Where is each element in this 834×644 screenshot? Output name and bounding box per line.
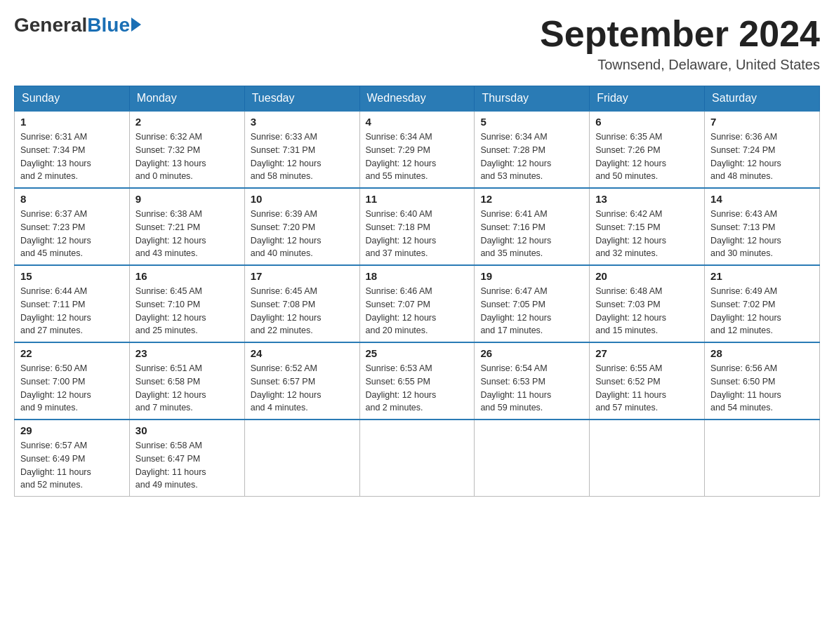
day-number: 4 [366,116,469,128]
day-number: 2 [135,116,239,128]
day-info: Sunrise: 6:45 AMSunset: 7:10 PMDaylight:… [135,285,239,337]
day-info: Sunrise: 6:56 AMSunset: 6:50 PMDaylight:… [710,362,814,415]
month-title: September 2024 [540,14,820,54]
day-info: Sunrise: 6:36 AMSunset: 7:24 PMDaylight:… [710,130,814,183]
calendar-week-row: 29 Sunrise: 6:57 AMSunset: 6:49 PMDaylig… [15,420,820,497]
day-number: 1 [20,116,124,128]
logo-arrow-icon [131,18,141,32]
day-info: Sunrise: 6:37 AMSunset: 7:23 PMDaylight:… [20,208,124,260]
day-number: 9 [135,193,239,205]
calendar-cell: 16 Sunrise: 6:45 AMSunset: 7:10 PMDaylig… [129,265,244,342]
calendar-cell: 18 Sunrise: 6:46 AMSunset: 7:07 PMDaylig… [359,265,475,342]
day-number: 10 [251,193,354,205]
calendar-cell: 13 Sunrise: 6:42 AMSunset: 7:15 PMDaylig… [590,188,705,265]
calendar-cell [475,420,590,497]
day-number: 3 [251,116,354,128]
day-info: Sunrise: 6:35 AMSunset: 7:26 PMDaylight:… [595,130,699,183]
calendar-cell: 8 Sunrise: 6:37 AMSunset: 7:23 PMDayligh… [15,188,130,265]
day-info: Sunrise: 6:34 AMSunset: 7:28 PMDaylight:… [480,130,583,183]
day-number: 16 [135,270,239,282]
calendar-cell: 28 Sunrise: 6:56 AMSunset: 6:50 PMDaylig… [705,342,820,420]
day-number: 5 [480,116,583,128]
calendar-table: SundayMondayTuesdayWednesdayThursdayFrid… [14,86,820,497]
day-info: Sunrise: 6:34 AMSunset: 7:29 PMDaylight:… [366,130,469,183]
calendar-cell: 5 Sunrise: 6:34 AMSunset: 7:28 PMDayligh… [475,111,590,188]
day-info: Sunrise: 6:57 AMSunset: 6:49 PMDaylight:… [20,439,124,492]
day-info: Sunrise: 6:48 AMSunset: 7:03 PMDaylight:… [595,285,699,337]
calendar-cell: 9 Sunrise: 6:38 AMSunset: 7:21 PMDayligh… [129,188,244,265]
day-number: 7 [710,116,814,128]
calendar-cell: 26 Sunrise: 6:54 AMSunset: 6:53 PMDaylig… [475,342,590,420]
logo: General Blue [14,14,141,36]
calendar-cell: 19 Sunrise: 6:47 AMSunset: 7:05 PMDaylig… [475,265,590,342]
day-number: 15 [20,270,124,282]
day-info: Sunrise: 6:51 AMSunset: 6:58 PMDaylight:… [135,362,239,415]
logo-blue-text: Blue [87,14,130,36]
calendar-header-monday: Monday [129,86,244,112]
location-text: Townsend, Delaware, United States [540,57,820,73]
calendar-cell [359,420,475,497]
day-number: 26 [480,347,583,359]
day-info: Sunrise: 6:49 AMSunset: 7:02 PMDaylight:… [710,285,814,337]
day-number: 24 [251,347,354,359]
calendar-header-sunday: Sunday [15,86,130,112]
day-info: Sunrise: 6:55 AMSunset: 6:52 PMDaylight:… [595,362,699,415]
day-info: Sunrise: 6:32 AMSunset: 7:32 PMDaylight:… [135,130,239,183]
calendar-cell [590,420,705,497]
day-info: Sunrise: 6:52 AMSunset: 6:57 PMDaylight:… [251,362,354,415]
day-info: Sunrise: 6:40 AMSunset: 7:18 PMDaylight:… [366,208,469,260]
day-number: 8 [20,193,124,205]
day-number: 28 [710,347,814,359]
page-header: General Blue September 2024 Townsend, De… [14,14,820,73]
calendar-cell: 14 Sunrise: 6:43 AMSunset: 7:13 PMDaylig… [705,188,820,265]
day-info: Sunrise: 6:46 AMSunset: 7:07 PMDaylight:… [366,285,469,337]
day-number: 20 [595,270,699,282]
day-info: Sunrise: 6:41 AMSunset: 7:16 PMDaylight:… [480,208,583,260]
day-number: 25 [366,347,469,359]
day-info: Sunrise: 6:42 AMSunset: 7:15 PMDaylight:… [595,208,699,260]
calendar-header-wednesday: Wednesday [359,86,475,112]
calendar-cell: 21 Sunrise: 6:49 AMSunset: 7:02 PMDaylig… [705,265,820,342]
calendar-cell: 20 Sunrise: 6:48 AMSunset: 7:03 PMDaylig… [590,265,705,342]
calendar-header-tuesday: Tuesday [244,86,359,112]
calendar-cell: 23 Sunrise: 6:51 AMSunset: 6:58 PMDaylig… [129,342,244,420]
day-number: 11 [366,193,469,205]
calendar-cell: 3 Sunrise: 6:33 AMSunset: 7:31 PMDayligh… [244,111,359,188]
day-info: Sunrise: 6:43 AMSunset: 7:13 PMDaylight:… [710,208,814,260]
calendar-cell: 7 Sunrise: 6:36 AMSunset: 7:24 PMDayligh… [705,111,820,188]
day-info: Sunrise: 6:31 AMSunset: 7:34 PMDaylight:… [20,130,124,183]
calendar-cell: 2 Sunrise: 6:32 AMSunset: 7:32 PMDayligh… [129,111,244,188]
logo-general-text: General [14,14,87,36]
calendar-cell: 22 Sunrise: 6:50 AMSunset: 7:00 PMDaylig… [15,342,130,420]
calendar-cell: 12 Sunrise: 6:41 AMSunset: 7:16 PMDaylig… [475,188,590,265]
calendar-week-row: 22 Sunrise: 6:50 AMSunset: 7:00 PMDaylig… [15,342,820,420]
day-number: 21 [710,270,814,282]
day-number: 22 [20,347,124,359]
day-info: Sunrise: 6:50 AMSunset: 7:00 PMDaylight:… [20,362,124,415]
calendar-cell: 25 Sunrise: 6:53 AMSunset: 6:55 PMDaylig… [359,342,475,420]
day-info: Sunrise: 6:53 AMSunset: 6:55 PMDaylight:… [366,362,469,415]
day-number: 14 [710,193,814,205]
calendar-header-friday: Friday [590,86,705,112]
day-number: 30 [135,424,239,436]
calendar-header-saturday: Saturday [705,86,820,112]
calendar-cell: 10 Sunrise: 6:39 AMSunset: 7:20 PMDaylig… [244,188,359,265]
day-number: 23 [135,347,239,359]
calendar-cell: 17 Sunrise: 6:45 AMSunset: 7:08 PMDaylig… [244,265,359,342]
calendar-week-row: 15 Sunrise: 6:44 AMSunset: 7:11 PMDaylig… [15,265,820,342]
calendar-cell: 29 Sunrise: 6:57 AMSunset: 6:49 PMDaylig… [15,420,130,497]
calendar-week-row: 1 Sunrise: 6:31 AMSunset: 7:34 PMDayligh… [15,111,820,188]
calendar-week-row: 8 Sunrise: 6:37 AMSunset: 7:23 PMDayligh… [15,188,820,265]
day-info: Sunrise: 6:33 AMSunset: 7:31 PMDaylight:… [251,130,354,183]
calendar-cell [705,420,820,497]
day-number: 6 [595,116,699,128]
day-number: 19 [480,270,583,282]
calendar-cell: 1 Sunrise: 6:31 AMSunset: 7:34 PMDayligh… [15,111,130,188]
calendar-header-thursday: Thursday [475,86,590,112]
calendar-cell [244,420,359,497]
calendar-cell: 27 Sunrise: 6:55 AMSunset: 6:52 PMDaylig… [590,342,705,420]
calendar-cell: 6 Sunrise: 6:35 AMSunset: 7:26 PMDayligh… [590,111,705,188]
day-info: Sunrise: 6:44 AMSunset: 7:11 PMDaylight:… [20,285,124,337]
calendar-cell: 4 Sunrise: 6:34 AMSunset: 7:29 PMDayligh… [359,111,475,188]
day-info: Sunrise: 6:39 AMSunset: 7:20 PMDaylight:… [251,208,354,260]
